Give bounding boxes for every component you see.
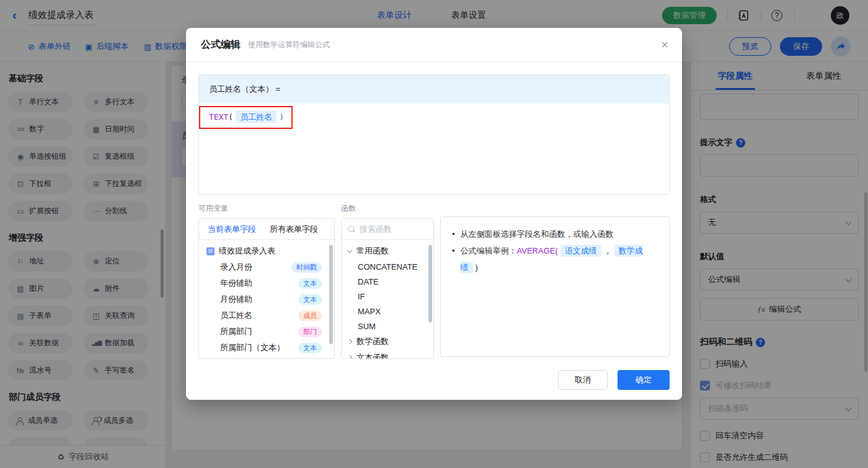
chevron-down-icon — [347, 247, 352, 252]
type-badge: 成员 — [298, 311, 322, 321]
functions-column: 函数 常用函数 CONCATENATE DATE IF M — [341, 203, 434, 359]
tree-root-form[interactable]: 绩效提成录入表 — [199, 243, 334, 259]
modal-header: 公式编辑 使用数学运算符编辑公式 × — [186, 28, 682, 62]
group-text-functions[interactable]: 文本函数 — [342, 350, 433, 359]
variable-row[interactable]: 年份辅助 文本 — [199, 275, 334, 291]
functions-scrollbar[interactable] — [428, 245, 432, 322]
modal-columns: 可用变量 当前表单字段 所有表单字段 绩效提成录入表 录入月份 时间戳 — [198, 203, 670, 359]
chevron-right-icon — [347, 355, 352, 359]
function-search-input[interactable] — [360, 224, 427, 234]
example-field-chip: 语文成绩 — [560, 245, 601, 257]
functions-panel: 常用函数 CONCATENATE DATE IF MAPX SUM 数学函数 — [341, 218, 434, 359]
help-line-2: • 公式编辑举例：AVERAGE(语文成绩，数学成绩) — [452, 242, 658, 276]
modal-subtitle: 使用数学运算符编辑公式 — [248, 40, 330, 50]
function-search — [342, 219, 433, 240]
confirm-button[interactable]: 确定 — [618, 370, 670, 390]
function-item[interactable]: SUM — [342, 319, 433, 333]
close-icon[interactable]: × — [661, 38, 668, 51]
variables-tabs: 当前表单字段 所有表单字段 — [199, 219, 334, 240]
type-badge: 部门 — [298, 327, 322, 337]
help-panel: • 从左侧面板选择字段名和函数，或输入函数 • 公式编辑举例：AVERAGE(语… — [440, 216, 670, 357]
variable-row[interactable]: 所属部门（文本） 文本 — [199, 340, 334, 356]
variables-column: 可用变量 当前表单字段 所有表单字段 绩效提成录入表 录入月份 时间戳 — [198, 203, 335, 359]
function-item[interactable]: IF — [342, 289, 433, 304]
type-badge: 时间戳 — [291, 262, 322, 273]
variables-scrollbar[interactable] — [329, 245, 333, 344]
formula-expression[interactable]: TEXT(员工姓名) — [199, 104, 669, 131]
type-badge: 文本 — [298, 343, 322, 353]
form-designer-app: ‹ 绩效提成录入表 表单设计 表单设置 数据管理 ? 政 ⊘ 表单外链 ▣ 后端… — [0, 0, 868, 468]
help-line-1: • 从左侧面板选择字段名和函数，或输入函数 — [452, 226, 658, 242]
variables-tree: 绩效提成录入表 录入月份 时间戳 年份辅助 文本 月份辅助 文本 — [199, 240, 334, 356]
variables-label: 可用变量 — [198, 203, 335, 214]
functions-label: 函数 — [341, 203, 434, 214]
formula-editor: 员工姓名（文本） = TEXT(员工姓名) — [198, 74, 670, 195]
group-common-functions[interactable]: 常用函数 — [342, 243, 433, 259]
function-keyword: TEXT — [209, 112, 228, 121]
variable-row[interactable]: 录入月份 时间戳 — [199, 259, 334, 275]
function-item[interactable]: CONCATENATE — [342, 259, 433, 274]
formula-edit-modal: 公式编辑 使用数学运算符编辑公式 × 员工姓名（文本） = TEXT(员工姓名)… — [186, 28, 682, 400]
type-badge: 文本 — [298, 294, 322, 305]
modal-footer: 取消 确定 — [558, 370, 670, 390]
chevron-right-icon — [347, 339, 352, 344]
field-chip[interactable]: 员工姓名 — [236, 111, 277, 123]
search-icon — [348, 226, 355, 232]
variable-row[interactable]: 员工姓名 成员 — [199, 307, 334, 324]
help-label-spacer — [440, 203, 670, 212]
function-item[interactable]: DATE — [342, 274, 433, 289]
average-keyword: AVERAGE( — [517, 246, 558, 255]
tab-all-form-fields[interactable]: 所有表单字段 — [270, 224, 318, 235]
variable-row[interactable]: 所属部门 部门 — [199, 324, 334, 340]
variables-panel: 当前表单字段 所有表单字段 绩效提成录入表 录入月份 时间戳 — [198, 218, 335, 359]
modal-title: 公式编辑 — [201, 38, 241, 51]
function-item[interactable]: MAPX — [342, 304, 433, 319]
functions-tree: 常用函数 CONCATENATE DATE IF MAPX SUM 数学函数 — [342, 240, 433, 359]
tab-current-form-fields[interactable]: 当前表单字段 — [208, 224, 256, 235]
type-badge: 文本 — [298, 278, 322, 289]
cancel-button[interactable]: 取消 — [558, 370, 608, 390]
formula-input-area[interactable]: TEXT(员工姓名) — [199, 104, 669, 194]
variable-row[interactable]: 月份辅助 文本 — [199, 291, 334, 307]
help-column: • 从左侧面板选择字段名和函数，或输入函数 • 公式编辑举例：AVERAGE(语… — [440, 203, 670, 359]
form-doc-icon — [206, 247, 215, 255]
formula-target: 员工姓名（文本） = — [199, 75, 669, 104]
group-math-functions[interactable]: 数学函数 — [342, 333, 433, 350]
